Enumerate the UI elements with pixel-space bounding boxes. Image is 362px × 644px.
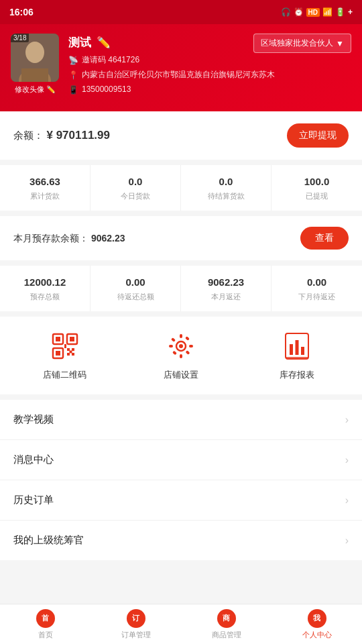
svg-rect-16 [64,346,66,348]
stat-monthly-return: 9062.23 本月返还 [181,266,272,311]
chevron-right-icon: › [345,535,349,547]
edit-photo-label[interactable]: 修改头像 ✏️ [11,85,59,95]
svg-rect-12 [67,353,70,356]
svg-rect-5 [56,337,60,341]
avatar: 3/18 [11,34,59,82]
svg-rect-29 [296,340,299,355]
svg-rect-13 [72,353,74,356]
status-icons: 🎧 ⏰ HD 📶 🔋 + [281,7,353,17]
qrcode-icon [49,330,81,362]
menu-item-teaching-video[interactable]: 教学视频 › [0,400,362,440]
deposit-stats-grid: 12000.12 预存总额 0.00 待返还总额 9062.23 本月返还 0.… [0,266,362,317]
deposit-display: 本月预存款余额： 9062.23 [13,232,125,245]
svg-rect-21 [169,345,173,347]
nav-home[interactable]: 首 首页 [0,604,90,644]
stat-pending-return: 0.00 待返还总额 [90,266,181,311]
menu-item-superior-manager[interactable]: 我的上级统筹官 › [0,521,362,560]
tool-inventory-report[interactable]: 库存报表 [263,330,330,381]
svg-rect-19 [180,334,182,338]
view-deposit-button[interactable]: 查看 [300,227,349,250]
chevron-right-icon: › [345,494,349,506]
svg-rect-24 [185,350,190,355]
stat-item-withdrawn: 100.0 已提现 [272,165,362,211]
tools-section: 店铺二维码 店铺设置 [0,317,362,400]
tool-store-settings[interactable]: 店铺设置 [147,330,215,381]
svg-rect-14 [69,351,72,354]
bottom-nav: 首 首页 订 订单管理 商 商品管理 我 个人中心 [0,604,362,644]
stats-grid: 366.63 累计货款 0.0 今日货款 0.0 待结算货款 100.0 已提现 [0,165,362,216]
chevron-right-icon: › [345,454,349,466]
avatar-wrap: 3/18 修改头像 ✏️ [11,34,59,95]
phone-row: 📱 13500009513 [68,84,351,96]
profile-section: 3/18 修改头像 ✏️ 测试 ✏️ 📡 邀请码 4641726 � [0,24,362,111]
balance-section: 余额： ¥ 970111.99 立即提现 [0,111,362,165]
svg-rect-10 [67,348,70,351]
svg-rect-25 [172,351,177,356]
svg-point-1 [25,42,44,63]
menu-item-message-center[interactable]: 消息中心 › [0,440,362,480]
chevron-down-icon: ▼ [336,39,344,48]
stat-item-today: 0.0 今日货款 [90,165,181,211]
svg-rect-15 [64,344,66,346]
svg-point-18 [179,344,183,348]
invite-code-row: 📡 邀请码 4641726 [68,54,351,66]
stat-item-cumulative: 366.63 累计货款 [0,165,90,211]
chart-icon [281,330,313,362]
status-time: 16:06 [9,7,34,17]
svg-rect-3 [21,68,48,82]
nav-order-management[interactable]: 订 订单管理 [90,604,181,644]
svg-rect-28 [290,344,293,355]
stat-total-deposit: 12000.12 预存总额 [0,266,90,311]
stat-next-month-return: 0.00 下月待返还 [272,266,362,311]
address-row: 📍 内蒙古自治区呼伦贝尔市鄂温克族自治旗锡尼河东苏木 [68,69,351,81]
svg-rect-22 [189,345,193,347]
edit-name-icon[interactable]: ✏️ [97,36,111,50]
svg-rect-30 [301,347,304,355]
svg-rect-26 [185,336,190,341]
menu-list: 教学视频 › 消息中心 › 历史订单 › 我的上级统筹官 › [0,400,362,560]
svg-rect-9 [56,351,60,356]
avatar-badge: 3/18 [11,34,29,42]
nav-product-management[interactable]: 商 商品管理 [181,604,272,644]
tool-chart-label: 库存报表 [280,369,314,381]
balance-display: 余额： ¥ 970111.99 [13,129,110,142]
svg-rect-7 [70,337,74,341]
tool-store-qrcode[interactable]: 店铺二维码 [32,330,99,381]
tool-qrcode-label: 店铺二维码 [43,369,86,381]
tool-settings-label: 店铺设置 [164,369,198,381]
svg-rect-20 [180,354,182,358]
svg-rect-11 [72,348,74,351]
withdraw-button[interactable]: 立即提现 [287,123,349,148]
status-bar: 16:06 🎧 ⏰ HD 📶 🔋 + [0,0,362,24]
svg-rect-23 [171,337,176,342]
chevron-right-icon: › [345,414,349,426]
partner-badge[interactable]: 区域独家批发合伙人 ▼ [253,34,351,53]
nav-personal-center[interactable]: 我 个人中心 [272,604,362,644]
menu-item-history-orders[interactable]: 历史订单 › [0,480,362,521]
deposit-section: 本月预存款余额： 9062.23 查看 [0,216,362,266]
stat-item-pending: 0.0 待结算货款 [181,165,272,211]
gear-icon [165,330,197,362]
